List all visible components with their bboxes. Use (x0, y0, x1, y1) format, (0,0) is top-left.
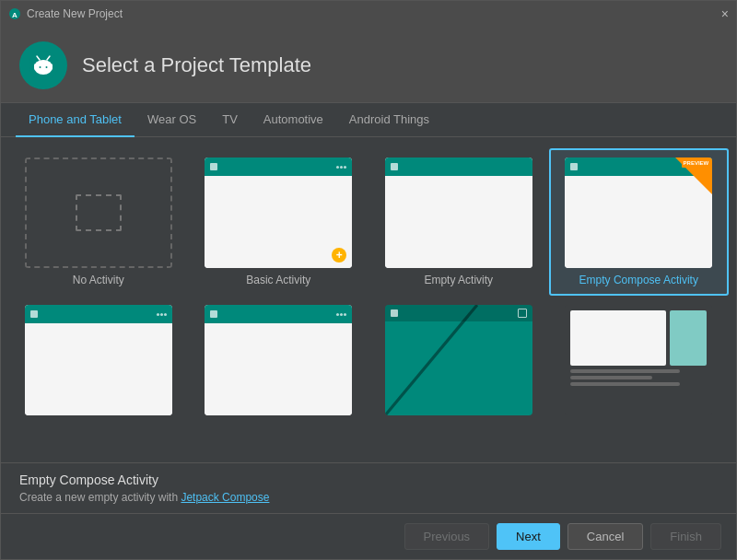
content-area: No Activity + (1, 137, 736, 513)
preview-label: PREVIEW (682, 159, 711, 168)
tab-automotive[interactable]: Automotive (251, 103, 336, 137)
back-icon-4 (30, 310, 38, 318)
back-icon (210, 163, 217, 170)
selected-template-title: Empty Compose Activity (19, 472, 718, 487)
finish-button[interactable]: Finish (650, 523, 721, 550)
template-empty-compose[interactable]: PREVIEW Empty Compose Activity (549, 148, 730, 296)
template-label-no-activity: No Activity (73, 274, 124, 286)
dialog-title: Create New Project (27, 7, 123, 20)
title-bar: A Create New Project × (1, 1, 736, 27)
template-thumb-no-activity (25, 158, 172, 268)
back-icon-2 (391, 163, 398, 170)
tab-phone-tablet[interactable]: Phone and Tablet (16, 103, 135, 137)
template-fullscreen[interactable] (368, 296, 549, 430)
android-studio-icon: A (8, 7, 21, 20)
header: Select a Project Template (1, 27, 736, 103)
template-row2-2[interactable] (189, 296, 369, 430)
next-button[interactable]: Next (497, 523, 560, 550)
diagonal-decoration (385, 305, 532, 415)
menu-dots-2 (157, 313, 167, 316)
templates-grid: No Activity + (1, 137, 736, 462)
svg-rect-5 (49, 64, 53, 70)
template-thumb-r22 (205, 305, 352, 415)
template-empty-activity[interactable]: Empty Activity (368, 148, 549, 296)
page-title: Select a Project Template (82, 53, 311, 77)
svg-line-10 (385, 305, 477, 415)
template-label-empty: Empty Activity (424, 274, 493, 286)
jetpack-compose-link[interactable]: Jetpack Compose (181, 491, 269, 504)
template-thumb-basic: + (205, 158, 352, 268)
template-no-activity[interactable]: No Activity (8, 148, 189, 296)
close-button[interactable]: × (721, 7, 729, 20)
android-icon (27, 49, 60, 82)
title-bar-left: A Create New Project (8, 7, 123, 20)
android-logo (19, 41, 67, 89)
cancel-button[interactable]: Cancel (567, 523, 643, 550)
info-bar: Empty Compose Activity Create a new empt… (1, 462, 736, 513)
template-row2-1[interactable] (8, 296, 189, 430)
svg-point-8 (40, 66, 41, 68)
svg-rect-4 (34, 64, 38, 70)
footer: Previous Next Cancel Finish (1, 513, 736, 559)
desc-text-part1: Create a new empty activity with (19, 491, 181, 504)
template-basic-activity[interactable]: + Basic Activity (189, 148, 369, 296)
selected-template-desc: Create a new empty activity with Jetpack… (19, 491, 718, 504)
dialog: A Create New Project × Select a Project … (0, 0, 737, 560)
fab-icon: + (332, 248, 346, 262)
template-thumb-dashboard (565, 305, 712, 415)
tab-tv[interactable]: TV (209, 103, 251, 137)
template-thumb-r21 (25, 305, 172, 415)
dash-line-2 (570, 376, 652, 379)
template-label-compose: Empty Compose Activity (579, 274, 698, 286)
template-label-basic: Basic Activity (246, 274, 310, 286)
template-thumb-fullscreen (385, 305, 532, 415)
tabs-bar: Phone and Tablet Wear OS TV Automotive A… (1, 103, 736, 137)
svg-point-9 (46, 66, 48, 68)
menu-dots (336, 166, 346, 169)
template-dashboard[interactable] (549, 296, 730, 430)
tab-wear-os[interactable]: Wear OS (135, 103, 209, 137)
dash-line-1 (570, 369, 679, 373)
no-activity-placeholder (76, 194, 122, 231)
tab-android-things[interactable]: Android Things (336, 103, 442, 137)
menu-dots-3 (336, 313, 346, 316)
previous-button[interactable]: Previous (404, 523, 490, 550)
template-thumb-compose: PREVIEW (565, 158, 712, 268)
svg-text:A: A (12, 11, 18, 19)
back-icon-5 (210, 310, 217, 318)
back-icon-3 (570, 163, 578, 170)
template-thumb-empty (385, 158, 532, 268)
dash-line-3 (570, 382, 679, 386)
